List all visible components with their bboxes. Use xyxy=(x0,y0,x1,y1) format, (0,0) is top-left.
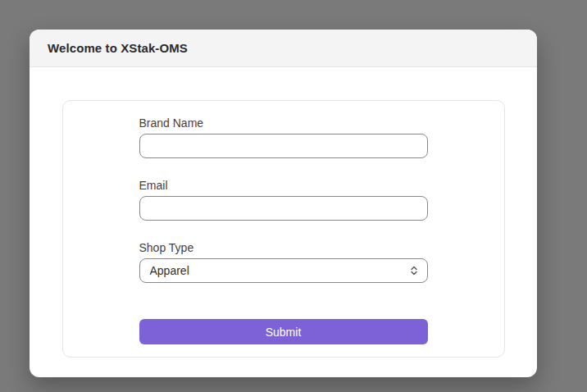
welcome-modal: Welcome to XStak-OMS Brand Name Email Sh… xyxy=(30,30,537,377)
brand-name-input[interactable] xyxy=(139,134,428,158)
email-label: Email xyxy=(139,179,428,193)
modal-title: Welcome to XStak-OMS xyxy=(48,41,188,55)
shop-type-select[interactable]: Apparel xyxy=(139,258,428,283)
brand-name-label: Brand Name xyxy=(139,116,428,130)
email-input[interactable] xyxy=(139,196,428,221)
modal-header: Welcome to XStak-OMS xyxy=(30,30,537,67)
submit-row: Submit xyxy=(139,319,428,344)
shop-type-select-wrap: Apparel xyxy=(139,258,428,283)
modal-body: Brand Name Email Shop Type Apparel xyxy=(30,67,537,358)
shop-type-field-group: Shop Type Apparel xyxy=(139,241,428,283)
shop-type-label: Shop Type xyxy=(139,241,428,255)
submit-button[interactable]: Submit xyxy=(139,319,428,344)
brand-name-field-group: Brand Name xyxy=(139,116,428,158)
onboarding-form-card: Brand Name Email Shop Type Apparel xyxy=(62,100,505,358)
email-field-group: Email xyxy=(139,179,428,221)
